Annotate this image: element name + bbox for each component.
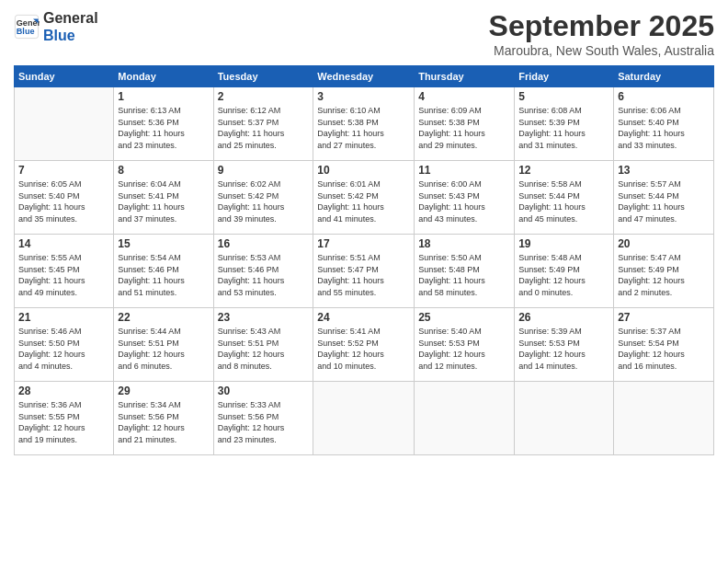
calendar-cell: 20Sunrise: 5:47 AMSunset: 5:49 PMDayligh… [614, 235, 714, 308]
calendar-cell: 24Sunrise: 5:41 AMSunset: 5:52 PMDayligh… [313, 308, 415, 382]
calendar-cell [15, 87, 114, 161]
day-number: 12 [518, 164, 609, 177]
day-info: Sunrise: 6:13 AMSunset: 5:36 PMDaylight:… [118, 105, 209, 151]
day-info: Sunrise: 5:44 AMSunset: 5:51 PMDaylight:… [118, 326, 209, 372]
day-info: Sunrise: 6:06 AMSunset: 5:40 PMDaylight:… [618, 105, 710, 151]
day-number: 10 [317, 164, 410, 177]
day-info: Sunrise: 5:55 AMSunset: 5:45 PMDaylight:… [18, 252, 109, 298]
day-number: 3 [317, 90, 410, 103]
day-info: Sunrise: 5:43 AMSunset: 5:51 PMDaylight:… [218, 326, 310, 372]
day-info: Sunrise: 6:00 AMSunset: 5:43 PMDaylight:… [418, 178, 510, 224]
calendar-cell: 12Sunrise: 5:58 AMSunset: 5:44 PMDayligh… [515, 161, 614, 235]
day-info: Sunrise: 5:51 AMSunset: 5:47 PMDaylight:… [317, 252, 410, 298]
location: Maroubra, New South Wales, Australia [489, 43, 714, 58]
day-number: 26 [518, 311, 609, 324]
day-number: 1 [118, 90, 209, 103]
day-number: 7 [18, 164, 109, 177]
day-info: Sunrise: 5:54 AMSunset: 5:46 PMDaylight:… [118, 252, 209, 298]
day-number: 17 [317, 237, 410, 250]
calendar-cell: 16Sunrise: 5:53 AMSunset: 5:46 PMDayligh… [213, 235, 313, 308]
calendar-cell: 22Sunrise: 5:44 AMSunset: 5:51 PMDayligh… [114, 308, 213, 382]
calendar-cell: 17Sunrise: 5:51 AMSunset: 5:47 PMDayligh… [313, 235, 415, 308]
day-info: Sunrise: 5:37 AMSunset: 5:54 PMDaylight:… [618, 326, 710, 372]
calendar-header-thursday: Thursday [415, 66, 515, 87]
page-container: General Blue General Blue September 2025… [0, 0, 728, 563]
calendar-cell: 23Sunrise: 5:43 AMSunset: 5:51 PMDayligh… [213, 308, 313, 382]
day-number: 5 [518, 90, 609, 103]
calendar-cell [515, 382, 614, 455]
calendar-cell: 29Sunrise: 5:34 AMSunset: 5:56 PMDayligh… [114, 382, 213, 455]
day-number: 6 [618, 90, 710, 103]
day-info: Sunrise: 5:41 AMSunset: 5:52 PMDaylight:… [317, 326, 410, 372]
calendar-week-2: 7Sunrise: 6:05 AMSunset: 5:40 PMDaylight… [15, 161, 714, 235]
calendar-cell: 1Sunrise: 6:13 AMSunset: 5:36 PMDaylight… [114, 87, 213, 161]
day-info: Sunrise: 5:36 AMSunset: 5:55 PMDaylight:… [18, 399, 109, 445]
day-info: Sunrise: 5:47 AMSunset: 5:49 PMDaylight:… [618, 252, 710, 298]
day-info: Sunrise: 5:50 AMSunset: 5:48 PMDaylight:… [418, 252, 510, 298]
calendar-cell: 5Sunrise: 6:08 AMSunset: 5:39 PMDaylight… [515, 87, 614, 161]
day-number: 16 [218, 237, 310, 250]
day-number: 27 [618, 311, 710, 324]
calendar-cell: 11Sunrise: 6:00 AMSunset: 5:43 PMDayligh… [415, 161, 515, 235]
day-info: Sunrise: 6:05 AMSunset: 5:40 PMDaylight:… [18, 178, 109, 224]
calendar-cell: 26Sunrise: 5:39 AMSunset: 5:53 PMDayligh… [515, 308, 614, 382]
calendar-cell: 21Sunrise: 5:46 AMSunset: 5:50 PMDayligh… [15, 308, 114, 382]
calendar-cell: 7Sunrise: 6:05 AMSunset: 5:40 PMDaylight… [15, 161, 114, 235]
calendar-header-sunday: Sunday [15, 66, 114, 87]
calendar-cell [614, 382, 714, 455]
day-number: 4 [418, 90, 510, 103]
day-info: Sunrise: 6:01 AMSunset: 5:42 PMDaylight:… [317, 178, 410, 224]
logo-blue: Blue [43, 27, 98, 44]
calendar-cell: 30Sunrise: 5:33 AMSunset: 5:56 PMDayligh… [213, 382, 313, 455]
calendar-cell: 28Sunrise: 5:36 AMSunset: 5:55 PMDayligh… [15, 382, 114, 455]
calendar-cell: 8Sunrise: 6:04 AMSunset: 5:41 PMDaylight… [114, 161, 213, 235]
day-info: Sunrise: 5:57 AMSunset: 5:44 PMDaylight:… [618, 178, 710, 224]
day-number: 19 [518, 237, 609, 250]
calendar-cell: 13Sunrise: 5:57 AMSunset: 5:44 PMDayligh… [614, 161, 714, 235]
header: General Blue General Blue September 2025… [14, 9, 714, 58]
day-info: Sunrise: 5:34 AMSunset: 5:56 PMDaylight:… [118, 399, 209, 445]
calendar-cell [415, 382, 515, 455]
day-number: 2 [218, 90, 310, 103]
day-info: Sunrise: 5:48 AMSunset: 5:49 PMDaylight:… [518, 252, 609, 298]
title-block: September 2025 Maroubra, New South Wales… [489, 9, 714, 58]
day-info: Sunrise: 6:09 AMSunset: 5:38 PMDaylight:… [418, 105, 510, 151]
day-number: 25 [418, 311, 510, 324]
day-info: Sunrise: 5:53 AMSunset: 5:46 PMDaylight:… [218, 252, 310, 298]
logo-icon: General Blue [14, 14, 40, 40]
day-number: 18 [418, 237, 510, 250]
day-number: 24 [317, 311, 410, 324]
day-info: Sunrise: 6:02 AMSunset: 5:42 PMDaylight:… [218, 178, 310, 224]
day-number: 14 [18, 237, 109, 250]
day-info: Sunrise: 6:12 AMSunset: 5:37 PMDaylight:… [218, 105, 310, 151]
day-number: 13 [618, 164, 710, 177]
calendar-cell: 27Sunrise: 5:37 AMSunset: 5:54 PMDayligh… [614, 308, 714, 382]
calendar-week-3: 14Sunrise: 5:55 AMSunset: 5:45 PMDayligh… [15, 235, 714, 308]
calendar-header-wednesday: Wednesday [313, 66, 415, 87]
day-number: 15 [118, 237, 209, 250]
day-number: 23 [218, 311, 310, 324]
day-info: Sunrise: 6:08 AMSunset: 5:39 PMDaylight:… [518, 105, 609, 151]
calendar-cell: 19Sunrise: 5:48 AMSunset: 5:49 PMDayligh… [515, 235, 614, 308]
day-info: Sunrise: 5:58 AMSunset: 5:44 PMDaylight:… [518, 178, 609, 224]
day-info: Sunrise: 5:46 AMSunset: 5:50 PMDaylight:… [18, 326, 109, 372]
day-number: 22 [118, 311, 209, 324]
day-number: 29 [118, 385, 209, 397]
svg-text:Blue: Blue [17, 28, 35, 37]
calendar-cell: 10Sunrise: 6:01 AMSunset: 5:42 PMDayligh… [313, 161, 415, 235]
calendar-cell: 9Sunrise: 6:02 AMSunset: 5:42 PMDaylight… [213, 161, 313, 235]
day-number: 28 [18, 385, 109, 397]
calendar-week-1: 1Sunrise: 6:13 AMSunset: 5:36 PMDaylight… [15, 87, 714, 161]
day-info: Sunrise: 6:10 AMSunset: 5:38 PMDaylight:… [317, 105, 410, 151]
day-number: 11 [418, 164, 510, 177]
calendar-table: SundayMondayTuesdayWednesdayThursdayFrid… [14, 65, 714, 455]
logo: General Blue General Blue [14, 9, 98, 44]
calendar-week-5: 28Sunrise: 5:36 AMSunset: 5:55 PMDayligh… [15, 382, 714, 455]
month-title: September 2025 [489, 9, 714, 43]
calendar-cell: 18Sunrise: 5:50 AMSunset: 5:48 PMDayligh… [415, 235, 515, 308]
calendar-header-monday: Monday [114, 66, 213, 87]
calendar-cell: 14Sunrise: 5:55 AMSunset: 5:45 PMDayligh… [15, 235, 114, 308]
calendar-header-friday: Friday [515, 66, 614, 87]
calendar-header-tuesday: Tuesday [213, 66, 313, 87]
logo-general: General [43, 9, 98, 27]
